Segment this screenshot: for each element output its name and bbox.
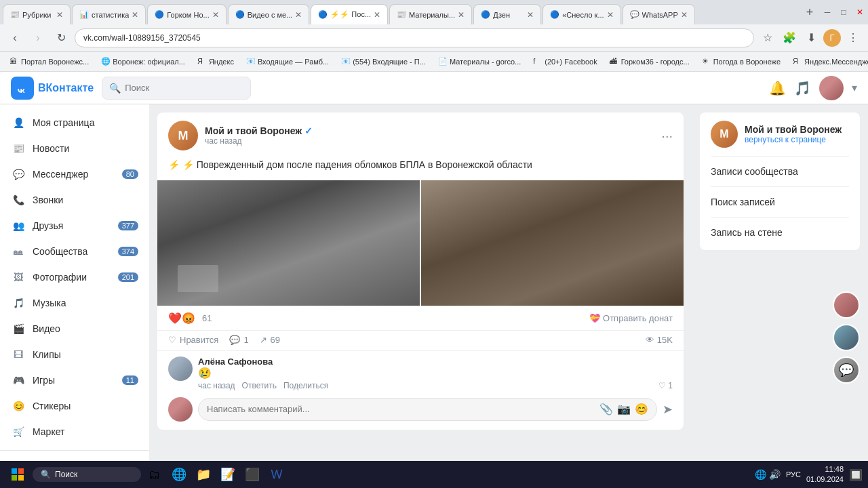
extension-button[interactable]: 🧩 xyxy=(780,28,799,47)
bookmark-item[interactable]: ЯЯндекс xyxy=(193,56,238,68)
post-image-right[interactable] xyxy=(421,180,684,306)
refresh-button[interactable]: ↻ xyxy=(52,28,71,47)
sidebar-item-photos[interactable]: 🖼 Фотографии 201 xyxy=(0,264,149,290)
sidebar-item-video[interactable]: 🎬 Видео xyxy=(0,316,149,342)
post-image-left[interactable] xyxy=(157,180,420,306)
network-icon[interactable]: 🌐 xyxy=(755,469,766,480)
address-bar[interactable]: vk.com/wall-10889156_3720545 xyxy=(75,28,754,47)
minimize-button[interactable]: ─ xyxy=(822,7,833,18)
post-community-avatar[interactable]: М xyxy=(168,121,198,150)
sidebar-item-news[interactable]: 📰 Новости xyxy=(0,136,149,161)
profile-button[interactable]: Г xyxy=(823,29,841,47)
forward-button[interactable]: › xyxy=(28,28,47,47)
right-item-posts[interactable]: Записи сообщества xyxy=(711,162,849,181)
clock[interactable]: 11:48 01.09.2024 xyxy=(806,464,844,485)
bookmark-item[interactable]: ЯЯндекс.Мессенджер xyxy=(789,56,868,68)
right-card-avatar[interactable]: М xyxy=(711,121,738,148)
post-menu-button[interactable]: ··· xyxy=(661,128,673,144)
taskbar-search[interactable]: 🔍 Поиск xyxy=(33,467,141,482)
new-tab-button[interactable]: + xyxy=(800,3,819,22)
close-button[interactable]: ✕ xyxy=(854,7,865,18)
bookmark-star-button[interactable]: ☆ xyxy=(758,28,777,47)
notifications-icon[interactable]: 🔔 xyxy=(769,80,786,96)
search-input[interactable] xyxy=(125,83,243,93)
taskbar-chrome[interactable]: 🌐 xyxy=(168,464,190,485)
sidebar-item-my-page[interactable]: 👤 Моя страница xyxy=(0,110,149,136)
sidebar-item-music[interactable]: 🎵 Музыка xyxy=(0,290,149,316)
emoji-icon[interactable]: 😊 xyxy=(635,403,648,415)
bookmark-item[interactable]: 📄Материалы - gorco... xyxy=(434,56,525,68)
maximize-button[interactable]: □ xyxy=(838,7,849,18)
right-item-write[interactable]: Запись на стене xyxy=(711,223,849,242)
bookmark-item[interactable]: 📧Входящие — Рамб... xyxy=(242,56,333,68)
right-card-subtitle[interactable]: вернуться к странице xyxy=(745,135,842,144)
post-author-name[interactable]: Мой и твой Воронеж ✓ xyxy=(205,125,654,136)
browser-tab-t9[interactable]: 💬 WhatsAPP ✕ xyxy=(623,4,695,24)
floating-avatar-1[interactable] xyxy=(833,291,860,319)
comment-button[interactable]: 💬 1 xyxy=(229,335,248,345)
user-avatar-header[interactable] xyxy=(819,76,844,100)
tab-close-button[interactable]: ✕ xyxy=(681,10,688,20)
taskbar-app4[interactable]: 📝 xyxy=(217,464,239,485)
vk-search-box[interactable]: 🔍 xyxy=(102,77,251,100)
comment-share-link[interactable]: Поделиться xyxy=(283,381,328,390)
vk-logo[interactable]: ВКонтакте xyxy=(11,77,94,100)
donate-button[interactable]: 💝 Отправить донат xyxy=(589,313,673,323)
taskbar-explorer[interactable]: 🗂 xyxy=(144,464,165,485)
sidebar-item-games[interactable]: 🎮 Игры 11 xyxy=(0,367,149,393)
sidebar-item-market[interactable]: 🛒 Маркет xyxy=(0,419,149,445)
browser-tab-t7[interactable]: 🔵 Дзен ✕ xyxy=(473,4,541,24)
notification-icon[interactable]: 🔲 xyxy=(849,468,863,481)
attachment-icon[interactable]: 📎 xyxy=(599,403,613,415)
sidebar-item-communities[interactable]: 🏘 Сообщества 374 xyxy=(0,239,149,264)
send-comment-button[interactable]: ➤ xyxy=(663,402,673,417)
browser-tab-t2[interactable]: 📊 статистика ✕ xyxy=(72,4,146,24)
language-indicator[interactable]: РУС xyxy=(786,470,801,479)
comment-input[interactable] xyxy=(207,404,595,414)
taskbar-word[interactable]: W xyxy=(266,464,288,485)
browser-tab-t4[interactable]: 🔵 Видео с ме... ✕ xyxy=(228,4,310,24)
avatar-dropdown-icon[interactable]: ▾ xyxy=(852,81,857,94)
tab-close-button[interactable]: ✕ xyxy=(295,10,302,20)
comment-like-icon[interactable]: ♡ xyxy=(658,381,666,390)
tab-close-button[interactable]: ✕ xyxy=(132,10,138,20)
tab-close-button[interactable]: ✕ xyxy=(374,10,380,20)
tab-close-button[interactable]: ✕ xyxy=(527,10,534,20)
back-button[interactable]: ‹ xyxy=(5,28,24,47)
sidebar-item-stickers[interactable]: 😊 Стикеры xyxy=(0,393,149,419)
tab-close-button[interactable]: ✕ xyxy=(607,10,614,20)
download-button[interactable]: ⬇ xyxy=(802,28,821,47)
sidebar-item-messenger[interactable]: 💬 Мессенджер 80 xyxy=(0,161,149,187)
right-card-title[interactable]: Мой и твой Воронеж xyxy=(745,124,842,135)
music-icon[interactable]: 🎵 xyxy=(794,80,811,96)
like-button[interactable]: ♡ Нравится xyxy=(168,335,218,345)
comment-reply-link[interactable]: Ответить xyxy=(242,381,277,390)
taskbar-files[interactable]: 📁 xyxy=(193,464,214,485)
taskbar-terminal[interactable]: ⬛ xyxy=(241,464,263,485)
bookmark-item[interactable]: ☀Погода в Воронеже xyxy=(698,56,785,68)
tab-close-button[interactable]: ✕ xyxy=(56,10,63,20)
bookmark-item[interactable]: 🏛Портал Воронежс... xyxy=(5,56,93,68)
browser-tab-t6[interactable]: 📰 Материалы... ✕ xyxy=(389,4,472,24)
bookmark-item[interactable]: 📧(554) Входящие - П... xyxy=(337,56,430,68)
right-item-search[interactable]: Поиск записей xyxy=(711,192,849,211)
comment-author-avatar[interactable] xyxy=(168,357,193,381)
tab-close-button[interactable]: ✕ xyxy=(212,10,219,20)
bookmark-item[interactable]: 🏙Горком36 - городс... xyxy=(606,56,694,68)
menu-button[interactable]: ⋮ xyxy=(844,28,863,47)
bookmark-item[interactable]: 🌐Воронеж: официал... xyxy=(97,56,189,68)
browser-tab-t1[interactable]: 📰 Рубрики ✕ xyxy=(3,4,71,24)
floating-avatar-3[interactable]: 💬 xyxy=(833,357,860,384)
sidebar-item-friends[interactable]: 👥 Друзья 377 xyxy=(0,213,149,239)
tab-close-button[interactable]: ✕ xyxy=(458,10,465,20)
volume-icon[interactable]: 🔊 xyxy=(769,469,781,480)
browser-tab-t5[interactable]: 🔵 ⚡⚡ Пос... ✕ xyxy=(311,4,388,24)
browser-tab-t3[interactable]: 🔵 Горком Но... ✕ xyxy=(147,4,226,24)
start-button[interactable] xyxy=(5,462,30,487)
share-button[interactable]: ↗ 69 xyxy=(260,335,280,345)
camera-icon[interactable]: 📷 xyxy=(617,403,631,415)
comment-author-name[interactable]: Алёна Сафонова xyxy=(198,357,673,367)
bookmark-item[interactable]: f(20+) Facebook xyxy=(529,56,601,68)
sidebar-item-calls[interactable]: 📞 Звонки xyxy=(0,187,149,213)
sidebar-item-clips[interactable]: 🎞 Клипы xyxy=(0,342,149,367)
